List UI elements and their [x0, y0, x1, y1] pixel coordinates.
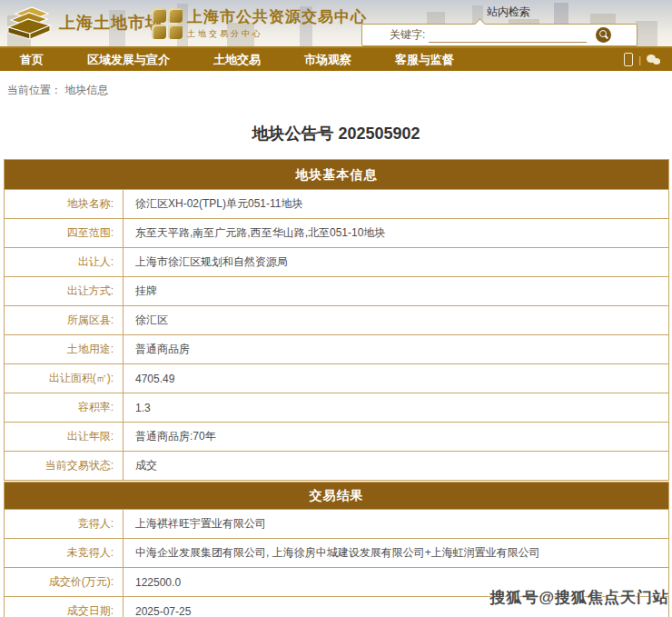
keyword-input[interactable]: [429, 27, 587, 43]
row-label: 地块名称:: [5, 190, 124, 218]
basic-info-section-header: 地块基本信息: [5, 160, 668, 189]
search-button[interactable]: [596, 27, 611, 43]
table-row: 地块名称:徐汇区XH-02(TPL)单元051-11地块: [5, 189, 668, 218]
row-value: 徐汇区: [124, 306, 668, 334]
row-label: 出让面积(㎡):: [5, 364, 124, 393]
row-value: 徐汇区XH-02(TPL)单元051-11地块: [124, 190, 668, 218]
basic-info-table: 地块基本信息 地块名称:徐汇区XH-02(TPL)单元051-11地块四至范围:…: [4, 159, 669, 481]
search-box: 关键字:: [361, 24, 637, 46]
table-row: 当前交易状态:成交: [5, 451, 668, 480]
main-navigation: 首页区域发展与宣介土地交易市场观察客服与监督 |: [0, 48, 672, 71]
row-label: 出让人:: [5, 248, 124, 276]
table-row: 出让人:上海市徐汇区规划和自然资源局: [5, 247, 668, 276]
row-value: 普通商品房: [124, 335, 668, 363]
row-value: 普通商品房:70年: [124, 423, 668, 451]
nav-item-5[interactable]: 客服与监督: [395, 52, 454, 68]
icon-divider: |: [638, 55, 641, 65]
nav-item-1[interactable]: 首页: [20, 52, 44, 68]
trading-center-name: 上海市公共资源交易中心: [187, 6, 367, 27]
row-label: 当前交易状态:: [5, 452, 124, 480]
site-search-tab[interactable]: 站内检索: [487, 5, 530, 20]
row-label: 成交日期:: [5, 597, 124, 617]
table-row: 未竞得人:中海企业发展集团有限公司, 上海徐房中城建设发展有限公司+上海虹润置业…: [5, 538, 668, 567]
table-row: 竞得人:上海祺祥旺宇置业有限公司: [5, 509, 668, 538]
row-label: 未竞得人:: [5, 539, 124, 567]
site-logo[interactable]: 上海土地市场: [5, 5, 163, 40]
row-label: 四至范围:: [5, 219, 124, 247]
row-label: 容积率:: [5, 393, 124, 422]
keyword-label: 关键字:: [390, 27, 425, 43]
trading-center-logo[interactable]: 上海市公共资源交易中心 土地交易分中心: [152, 6, 367, 40]
table-row: 土地用途:普通商品房: [5, 334, 668, 363]
row-value: 东至天平路,南至广元路,西至华山路,北至051-10地块: [124, 219, 668, 247]
row-value: 4705.49: [124, 364, 668, 393]
result-section-header: 交易结果: [5, 483, 668, 509]
breadcrumb-current[interactable]: 地块信息: [64, 84, 108, 96]
mobile-icon[interactable]: [624, 53, 633, 66]
row-value: 上海市徐汇区规划和自然资源局: [124, 248, 668, 276]
page-title: 地块公告号 202505902: [0, 123, 672, 144]
trading-center-logo-icon: [152, 8, 183, 39]
table-row: 出让年限:普通商品房:70年: [5, 422, 668, 451]
table-row: 四至范围:东至天平路,南至广元路,西至华山路,北至051-10地块: [5, 218, 668, 247]
row-value: 挂牌: [124, 277, 668, 305]
table-row: 容积率:1.3: [5, 393, 668, 422]
row-label: 成交价(万元):: [5, 568, 124, 596]
table-row: 出让方式:挂牌: [5, 276, 668, 305]
breadcrumb-label: 当前位置：: [7, 84, 62, 96]
row-value: 上海祺祥旺宇置业有限公司: [124, 510, 668, 538]
nav-item-4[interactable]: 市场观察: [304, 52, 351, 68]
land-market-logo-icon: [5, 5, 54, 40]
top-banner: 上海土地市场 上海市公共资源交易中心 土地交易分中心 站内检索 关键字:: [0, 0, 672, 48]
row-label: 竞得人:: [5, 510, 124, 538]
sohu-watermark: 搜狐号@搜狐焦点天门站: [489, 587, 669, 608]
table-row: 出让面积(㎡):4705.49: [5, 363, 668, 393]
site-name: 上海土地市场: [59, 12, 163, 34]
row-value: 中海企业发展集团有限公司, 上海徐房中城建设发展有限公司+上海虹润置业有限公司: [124, 539, 668, 567]
row-label: 土地用途:: [5, 335, 124, 363]
table-row: 所属区县:徐汇区: [5, 305, 668, 334]
nav-item-3[interactable]: 土地交易: [213, 52, 261, 68]
row-label: 出让方式:: [5, 277, 124, 305]
wechat-icon[interactable]: [647, 54, 661, 66]
row-value: 成交: [124, 452, 668, 480]
row-value: 1.3: [124, 393, 668, 422]
trading-center-subtitle: 土地交易分中心: [187, 28, 367, 40]
breadcrumb: 当前位置： 地块信息: [7, 83, 672, 98]
row-label: 出让年限:: [5, 423, 124, 451]
row-label: 所属区县:: [5, 306, 124, 334]
nav-item-2[interactable]: 区域发展与宣介: [87, 52, 170, 68]
